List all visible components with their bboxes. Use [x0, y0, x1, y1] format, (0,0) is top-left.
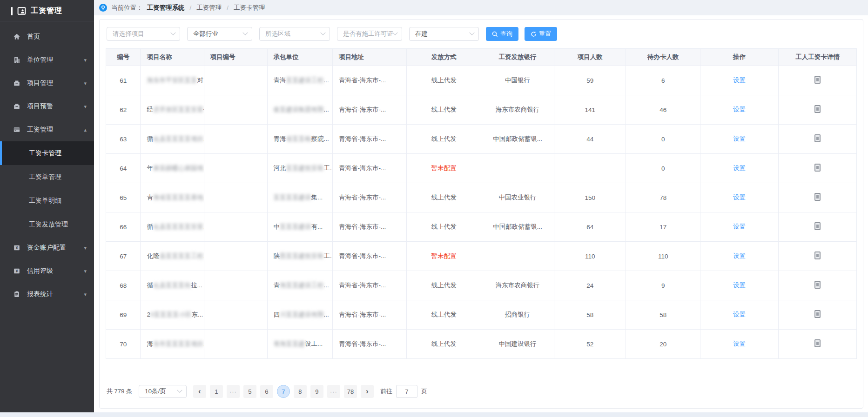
pay-method-cell: 线上代发 — [407, 271, 481, 300]
sidebar-item-label: 报表统计 — [27, 290, 84, 298]
page-button-7[interactable]: 7 — [277, 385, 290, 398]
settings-link[interactable]: 设置 — [733, 194, 746, 201]
breadcrumb-item-wage[interactable]: 工资管理 — [196, 4, 222, 12]
sidebar-item-unit[interactable]: 单位管理▾ — [0, 48, 94, 72]
project-address-cell: 青海省-海东市-... — [332, 154, 406, 183]
filter-select-permit[interactable]: 是否有施工许可证 — [337, 27, 402, 41]
sidebar-subitem-wage-issue[interactable]: 工资发放管理 — [0, 212, 94, 236]
reset-button[interactable]: 重置 — [525, 27, 557, 41]
column-header-4: 项目地址 — [332, 49, 406, 66]
settings-link[interactable]: 设置 — [733, 252, 746, 259]
sidebar-item-project[interactable]: 项目管理▾ — [0, 72, 94, 95]
pending-card-count-cell: 0 — [626, 125, 700, 154]
sidebar-menu: 首页单位管理▾项目管理▾项目预警▾工资管理▴工资卡管理工资单管理工资单明细工资发… — [0, 25, 94, 306]
svg-text:¥: ¥ — [16, 269, 18, 273]
wage-card-detail-icon[interactable] — [814, 105, 821, 113]
next-page-button[interactable]: › — [361, 385, 374, 398]
page-size-select[interactable]: 10条/页 — [139, 385, 187, 398]
contractor-cell: 某某某某建设集... — [267, 183, 332, 212]
filter-select-status[interactable]: 在建 — [409, 27, 479, 41]
page-button-9[interactable]: 9 — [310, 385, 323, 398]
row-index-cell: 66 — [106, 212, 141, 242]
project-address-cell: 青海省-海东市-... — [332, 212, 406, 242]
wage-card-detail-icon[interactable] — [814, 164, 821, 172]
wage-card-detail-cell — [778, 242, 856, 271]
filter-select-industry[interactable]: 全部行业 — [187, 27, 252, 41]
column-header-1: 项目名称 — [141, 49, 204, 66]
prev-page-button[interactable]: ‹ — [193, 385, 206, 398]
box-icon — [13, 103, 21, 110]
goto-label: 前往 — [380, 387, 392, 396]
filter-select-value: 请选择项目 — [113, 30, 144, 38]
table-row: 70海东市某某某某项目...青海某某建设工...青海省-海东市-...线上代发中… — [106, 330, 857, 359]
pay-method-cell: 暂未配置 — [407, 154, 481, 183]
wage-card-detail-icon[interactable] — [814, 339, 821, 347]
redacted-text: 西某某建筑安装 — [280, 252, 324, 259]
settings-link[interactable]: 设置 — [733, 311, 746, 318]
pay-method-cell: 线上代发 — [407, 95, 481, 125]
project-code-cell — [204, 212, 267, 242]
settings-link[interactable]: 设置 — [733, 165, 746, 172]
pay-bank-cell: 海东市农商银行 — [481, 95, 554, 125]
table-row: 62经济开发区某某安置住...俊某建设集团有限...青海省-海东市-...线上代… — [106, 95, 857, 125]
total-count: 共 779 条 — [107, 387, 132, 396]
settings-link[interactable]: 设置 — [733, 77, 746, 84]
sidebar-subitem-wage-card[interactable]: 工资卡管理 — [0, 141, 94, 165]
settings-link[interactable]: 设置 — [733, 106, 746, 113]
sidebar-subitem-payroll-detail[interactable]: 工资单明细 — [0, 189, 94, 212]
row-index-cell: 67 — [106, 242, 141, 271]
pay-bank-cell: 招商银行 — [481, 300, 554, 330]
clear-text: 河北 — [274, 165, 286, 172]
search-button[interactable]: 查询 — [486, 27, 518, 41]
sidebar-subitem-payroll[interactable]: 工资单管理 — [0, 165, 94, 189]
breadcrumb-item-wage-card[interactable]: 工资卡管理 — [234, 4, 265, 12]
settings-link[interactable]: 设置 — [733, 223, 746, 230]
more-pages-button[interactable]: ··· — [327, 385, 340, 398]
wage-card-detail-icon[interactable] — [814, 222, 821, 230]
settings-link[interactable]: 设置 — [733, 340, 746, 347]
actions-cell: 设置 — [700, 66, 778, 95]
sidebar-item-home[interactable]: 首页 — [0, 25, 94, 48]
table-row: 65青海省某某某某基地...某某某某建设集...青海省-海东市-...线上代发中… — [106, 183, 857, 212]
page-button-78[interactable]: 78 — [344, 385, 357, 398]
sidebar-item-warning[interactable]: 项目预警▾ — [0, 95, 94, 118]
page-button-1[interactable]: 1 — [210, 385, 223, 398]
clear-text: 青 — [274, 282, 280, 289]
column-header-0: 编号 — [106, 49, 141, 66]
filter-select-project[interactable]: 请选择项目 — [107, 27, 180, 41]
location-pin-icon — [99, 4, 107, 12]
wage-card-detail-icon[interactable] — [814, 134, 821, 142]
wage-card-detail-icon[interactable] — [814, 193, 821, 201]
filter-select-region[interactable]: 所选区域 — [259, 27, 330, 41]
pending-card-count-cell: 58 — [626, 300, 700, 330]
settings-link[interactable]: 设置 — [733, 135, 746, 142]
goto-page-input[interactable] — [396, 385, 417, 398]
clear-text: 东... — [191, 311, 203, 318]
actions-cell: 设置 — [700, 271, 778, 300]
redacted-text: 某某建筑安装 — [286, 165, 324, 172]
breadcrumb-root[interactable]: 工资管理系统 — [147, 4, 185, 12]
page-button-6[interactable]: 6 — [260, 385, 273, 398]
redacted-text: 某某某建设 — [280, 223, 311, 230]
actions-cell: 设置 — [700, 154, 778, 183]
redacted-text: 海某某建设工程 — [280, 282, 324, 289]
sidebar-item-fund[interactable]: ¥资金账户配置▾ — [0, 236, 94, 259]
wage-card-detail-icon[interactable] — [814, 281, 821, 289]
table-row: 67化隆县某某某某工程...陕西某某建筑安装工...青海省-海东市-...暂未配… — [106, 242, 857, 271]
wage-card-detail-icon[interactable] — [814, 76, 821, 84]
search-icon — [492, 31, 498, 37]
wage-card-detail-icon[interactable] — [814, 310, 821, 318]
sidebar-item-credit[interactable]: ¥信用评级▾ — [0, 259, 94, 283]
page-button-8[interactable]: 8 — [294, 385, 307, 398]
wage-card-detail-icon[interactable] — [814, 252, 821, 259]
page-button-5[interactable]: 5 — [243, 385, 256, 398]
pending-card-count-cell: 0 — [626, 154, 700, 183]
pay-method-cell: 线上代发 — [407, 183, 481, 212]
settings-link[interactable]: 设置 — [733, 282, 746, 289]
sidebar-item-wage[interactable]: 工资管理▴ — [0, 118, 94, 141]
content-card: 请选择项目全部行业所选区域是否有施工许可证在建 查询 重置 编号项目名称项目编号… — [99, 19, 863, 409]
project-name-cell: 青海省某某某某基地... — [141, 183, 204, 212]
more-pages-button[interactable]: ··· — [227, 385, 240, 398]
sidebar-item-report[interactable]: 报表统计▾ — [0, 283, 94, 306]
page-size-value: 10条/页 — [145, 387, 166, 396]
